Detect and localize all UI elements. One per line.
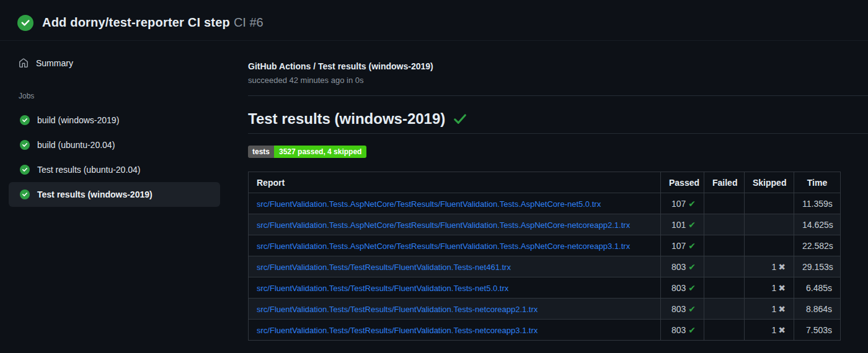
passed-cell: 803✔: [661, 256, 704, 277]
failed-cell: [704, 256, 745, 277]
job-list: build (windows-2019) build (ubuntu-20.04…: [0, 107, 248, 207]
table-row: src/FluentValidation.Tests.AspNetCore/Te…: [249, 214, 841, 235]
time-cell: 7.503s: [794, 320, 841, 341]
report-cell: src/FluentValidation.Tests.AspNetCore/Te…: [249, 193, 661, 214]
summary-label: Summary: [36, 58, 73, 68]
skipped-cell: 1✖: [745, 320, 794, 341]
time-cell: 22.582s: [794, 235, 841, 256]
report-link[interactable]: src/FluentValidation.Tests.AspNetCore/Te…: [257, 242, 630, 251]
workflow-run-title: Add dorny/test-reporter CI step: [42, 15, 230, 29]
check-circle-icon: [17, 15, 33, 31]
time-cell: 29.153s: [794, 256, 841, 277]
home-icon: [19, 58, 29, 68]
column-header-time: Time: [794, 172, 841, 193]
sidebar-job-build-ubuntu-2004[interactable]: build (ubuntu-20.04): [9, 133, 220, 157]
job-label: build (windows-2019): [37, 115, 119, 125]
time-cell: 14.625s: [794, 214, 841, 235]
test-results-table: Report Passed Failed Skipped Time src/Fl…: [248, 172, 841, 341]
skip-cross-icon: ✖: [778, 283, 786, 293]
test-results-table-body: src/FluentValidation.Tests.AspNetCore/Te…: [249, 193, 841, 341]
failed-cell: [704, 214, 745, 235]
job-label: Test results (ubuntu-20.04): [37, 165, 141, 175]
tests-badge-label: tests: [248, 146, 274, 158]
report-cell: src/FluentValidation.Tests/TestResults/F…: [249, 277, 661, 299]
sidebar-job-test-results-ubuntu-2004[interactable]: Test results (ubuntu-20.04): [9, 157, 220, 182]
skipped-cell: [745, 235, 794, 256]
tests-badge: tests 3527 passed, 4 skipped: [248, 146, 366, 158]
skipped-cell: 1✖: [745, 256, 794, 277]
skip-cross-icon: ✖: [778, 262, 786, 272]
table-header-row: Report Passed Failed Skipped Time: [249, 172, 841, 193]
passed-cell: 803✔: [661, 277, 704, 299]
run-number: CI #6: [234, 15, 264, 29]
column-header-passed: Passed: [661, 172, 704, 193]
report-link[interactable]: src/FluentValidation.Tests/TestResults/F…: [257, 284, 508, 293]
passed-cell: 107✔: [661, 193, 704, 214]
failed-cell: [704, 299, 745, 320]
jobs-heading: Jobs: [19, 92, 248, 100]
table-row: src/FluentValidation.Tests.AspNetCore/Te…: [249, 235, 841, 256]
section-title: Test results (windows-2019): [248, 110, 868, 134]
skipped-cell: [745, 214, 794, 235]
run-header: Add dorny/test-reporter CI stepCI #6: [0, 0, 868, 41]
pass-check-icon: ✔: [688, 262, 696, 272]
passed-cell: 101✔: [661, 214, 704, 235]
table-row: src/FluentValidation.Tests/TestResults/F…: [249, 256, 841, 277]
failed-cell: [704, 193, 745, 214]
check-circle-icon: [20, 115, 30, 125]
skipped-cell: 1✖: [745, 277, 794, 299]
skipped-cell: [745, 193, 794, 214]
pass-check-icon: ✔: [688, 220, 696, 230]
passed-cell: 803✔: [661, 320, 704, 341]
report-link[interactable]: src/FluentValidation.Tests/TestResults/F…: [257, 326, 538, 335]
passed-cell: 107✔: [661, 235, 704, 256]
time-cell: 6.485s: [794, 277, 841, 299]
report-link[interactable]: src/FluentValidation.Tests/TestResults/F…: [257, 263, 511, 272]
header-divider: [248, 95, 868, 96]
check-circle-icon: [20, 190, 30, 199]
column-header-report: Report: [249, 172, 661, 193]
job-label: Test results (windows-2019): [37, 190, 153, 199]
report-link[interactable]: src/FluentValidation.Tests/TestResults/F…: [257, 305, 538, 314]
main-panel: GitHub Actions / Test results (windows-2…: [248, 41, 868, 341]
column-header-failed: Failed: [704, 172, 745, 193]
check-run-title: GitHub Actions / Test results (windows-2…: [248, 61, 868, 71]
time-cell: 8.864s: [794, 299, 841, 320]
sidebar-item-summary[interactable]: Summary: [19, 56, 248, 71]
check-circle-icon: [20, 165, 30, 175]
failed-cell: [704, 235, 745, 256]
pass-check-icon: ✔: [688, 283, 696, 293]
check-icon: [453, 111, 467, 126]
pass-check-icon: ✔: [688, 241, 696, 251]
report-cell: src/FluentValidation.Tests/TestResults/F…: [249, 299, 661, 320]
passed-cell: 803✔: [661, 299, 704, 320]
tests-badge-value: 3527 passed, 4 skipped: [274, 146, 366, 158]
run-title: Add dorny/test-reporter CI stepCI #6: [42, 15, 264, 30]
skip-cross-icon: ✖: [778, 325, 786, 335]
report-link[interactable]: src/FluentValidation.Tests.AspNetCore/Te…: [257, 220, 630, 230]
table-row: src/FluentValidation.Tests/TestResults/F…: [249, 277, 841, 299]
report-cell: src/FluentValidation.Tests.AspNetCore/Te…: [249, 235, 661, 256]
report-cell: src/FluentValidation.Tests/TestResults/F…: [249, 320, 661, 341]
table-row: src/FluentValidation.Tests/TestResults/F…: [249, 299, 841, 320]
time-cell: 11.359s: [794, 193, 841, 214]
report-cell: src/FluentValidation.Tests/TestResults/F…: [249, 256, 661, 277]
report-link[interactable]: src/FluentValidation.Tests.AspNetCore/Te…: [257, 199, 601, 209]
report-cell: src/FluentValidation.Tests.AspNetCore/Te…: [249, 214, 661, 235]
failed-cell: [704, 277, 745, 299]
sidebar-job-build-windows-2019[interactable]: build (windows-2019): [9, 108, 220, 133]
skip-cross-icon: ✖: [778, 304, 786, 314]
skipped-cell: 1✖: [745, 299, 794, 320]
job-label: build (ubuntu-20.04): [37, 140, 115, 150]
check-run-status: succeeded 42 minutes ago in 0s: [248, 76, 868, 85]
sidebar: Summary Jobs build (windows-2019) build …: [0, 41, 248, 207]
check-circle-icon: [20, 140, 30, 150]
pass-check-icon: ✔: [688, 304, 696, 314]
pass-check-icon: ✔: [688, 199, 696, 209]
column-header-skipped: Skipped: [745, 172, 794, 193]
failed-cell: [704, 320, 745, 341]
section-title-text: Test results (windows-2019): [248, 110, 445, 128]
pass-check-icon: ✔: [688, 325, 696, 335]
sidebar-job-test-results-windows-2019[interactable]: Test results (windows-2019): [9, 182, 220, 207]
table-row: src/FluentValidation.Tests.AspNetCore/Te…: [249, 193, 841, 214]
